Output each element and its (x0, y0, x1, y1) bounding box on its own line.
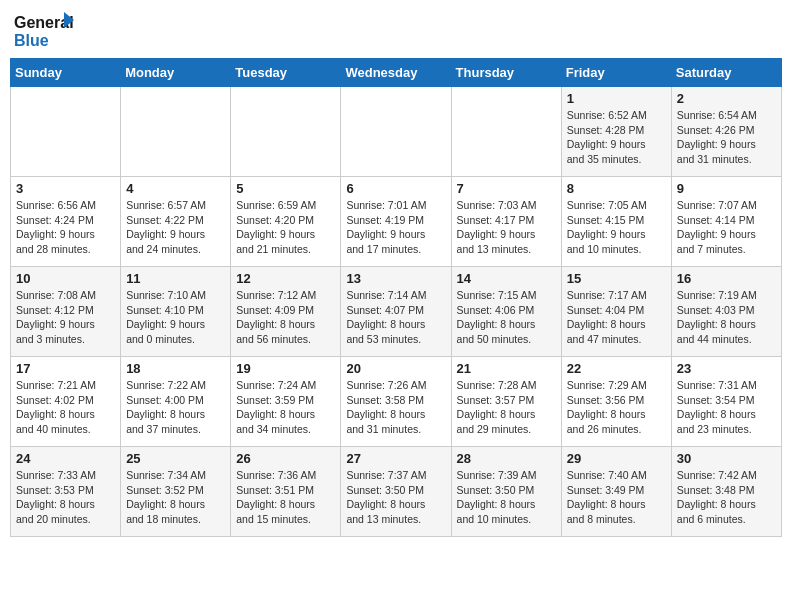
day-info: Sunrise: 6:54 AM Sunset: 4:26 PM Dayligh… (677, 108, 776, 167)
calendar-cell: 21Sunrise: 7:28 AM Sunset: 3:57 PM Dayli… (451, 357, 561, 447)
calendar-cell: 30Sunrise: 7:42 AM Sunset: 3:48 PM Dayli… (671, 447, 781, 537)
day-number: 8 (567, 181, 666, 196)
calendar-cell: 13Sunrise: 7:14 AM Sunset: 4:07 PM Dayli… (341, 267, 451, 357)
calendar-cell: 28Sunrise: 7:39 AM Sunset: 3:50 PM Dayli… (451, 447, 561, 537)
calendar-cell (11, 87, 121, 177)
day-number: 9 (677, 181, 776, 196)
calendar-cell (451, 87, 561, 177)
calendar-cell: 1Sunrise: 6:52 AM Sunset: 4:28 PM Daylig… (561, 87, 671, 177)
day-number: 14 (457, 271, 556, 286)
day-number: 16 (677, 271, 776, 286)
day-number: 29 (567, 451, 666, 466)
day-info: Sunrise: 7:42 AM Sunset: 3:48 PM Dayligh… (677, 468, 776, 527)
day-number: 19 (236, 361, 335, 376)
calendar-cell: 11Sunrise: 7:10 AM Sunset: 4:10 PM Dayli… (121, 267, 231, 357)
day-number: 12 (236, 271, 335, 286)
day-number: 27 (346, 451, 445, 466)
calendar-cell: 12Sunrise: 7:12 AM Sunset: 4:09 PM Dayli… (231, 267, 341, 357)
day-info: Sunrise: 7:12 AM Sunset: 4:09 PM Dayligh… (236, 288, 335, 347)
day-info: Sunrise: 7:34 AM Sunset: 3:52 PM Dayligh… (126, 468, 225, 527)
logo: GeneralBlue (14, 10, 74, 50)
calendar-cell: 10Sunrise: 7:08 AM Sunset: 4:12 PM Dayli… (11, 267, 121, 357)
day-info: Sunrise: 7:31 AM Sunset: 3:54 PM Dayligh… (677, 378, 776, 437)
day-number: 4 (126, 181, 225, 196)
calendar-table: SundayMondayTuesdayWednesdayThursdayFrid… (10, 58, 782, 537)
day-info: Sunrise: 7:08 AM Sunset: 4:12 PM Dayligh… (16, 288, 115, 347)
calendar-cell: 23Sunrise: 7:31 AM Sunset: 3:54 PM Dayli… (671, 357, 781, 447)
col-header-sunday: Sunday (11, 59, 121, 87)
day-info: Sunrise: 6:57 AM Sunset: 4:22 PM Dayligh… (126, 198, 225, 257)
calendar-cell: 26Sunrise: 7:36 AM Sunset: 3:51 PM Dayli… (231, 447, 341, 537)
day-info: Sunrise: 7:29 AM Sunset: 3:56 PM Dayligh… (567, 378, 666, 437)
day-number: 30 (677, 451, 776, 466)
day-info: Sunrise: 6:52 AM Sunset: 4:28 PM Dayligh… (567, 108, 666, 167)
calendar-cell: 27Sunrise: 7:37 AM Sunset: 3:50 PM Dayli… (341, 447, 451, 537)
day-number: 13 (346, 271, 445, 286)
calendar-cell: 17Sunrise: 7:21 AM Sunset: 4:02 PM Dayli… (11, 357, 121, 447)
day-info: Sunrise: 6:59 AM Sunset: 4:20 PM Dayligh… (236, 198, 335, 257)
day-number: 22 (567, 361, 666, 376)
calendar-cell: 2Sunrise: 6:54 AM Sunset: 4:26 PM Daylig… (671, 87, 781, 177)
day-number: 1 (567, 91, 666, 106)
day-number: 3 (16, 181, 115, 196)
day-number: 28 (457, 451, 556, 466)
day-number: 6 (346, 181, 445, 196)
calendar-cell (231, 87, 341, 177)
day-info: Sunrise: 7:15 AM Sunset: 4:06 PM Dayligh… (457, 288, 556, 347)
day-info: Sunrise: 7:33 AM Sunset: 3:53 PM Dayligh… (16, 468, 115, 527)
day-number: 5 (236, 181, 335, 196)
day-number: 17 (16, 361, 115, 376)
day-info: Sunrise: 7:03 AM Sunset: 4:17 PM Dayligh… (457, 198, 556, 257)
calendar-cell: 19Sunrise: 7:24 AM Sunset: 3:59 PM Dayli… (231, 357, 341, 447)
day-info: Sunrise: 7:40 AM Sunset: 3:49 PM Dayligh… (567, 468, 666, 527)
day-info: Sunrise: 7:24 AM Sunset: 3:59 PM Dayligh… (236, 378, 335, 437)
calendar-cell: 14Sunrise: 7:15 AM Sunset: 4:06 PM Dayli… (451, 267, 561, 357)
day-number: 10 (16, 271, 115, 286)
calendar-cell: 9Sunrise: 7:07 AM Sunset: 4:14 PM Daylig… (671, 177, 781, 267)
day-number: 15 (567, 271, 666, 286)
day-info: Sunrise: 7:37 AM Sunset: 3:50 PM Dayligh… (346, 468, 445, 527)
col-header-monday: Monday (121, 59, 231, 87)
day-info: Sunrise: 7:14 AM Sunset: 4:07 PM Dayligh… (346, 288, 445, 347)
calendar-cell: 5Sunrise: 6:59 AM Sunset: 4:20 PM Daylig… (231, 177, 341, 267)
day-number: 21 (457, 361, 556, 376)
calendar-cell (341, 87, 451, 177)
col-header-friday: Friday (561, 59, 671, 87)
day-info: Sunrise: 7:05 AM Sunset: 4:15 PM Dayligh… (567, 198, 666, 257)
day-number: 25 (126, 451, 225, 466)
logo-icon: GeneralBlue (14, 10, 74, 50)
day-number: 26 (236, 451, 335, 466)
calendar-cell: 24Sunrise: 7:33 AM Sunset: 3:53 PM Dayli… (11, 447, 121, 537)
day-info: Sunrise: 7:26 AM Sunset: 3:58 PM Dayligh… (346, 378, 445, 437)
col-header-thursday: Thursday (451, 59, 561, 87)
day-number: 24 (16, 451, 115, 466)
col-header-saturday: Saturday (671, 59, 781, 87)
calendar-cell: 4Sunrise: 6:57 AM Sunset: 4:22 PM Daylig… (121, 177, 231, 267)
calendar-cell: 7Sunrise: 7:03 AM Sunset: 4:17 PM Daylig… (451, 177, 561, 267)
day-info: Sunrise: 7:19 AM Sunset: 4:03 PM Dayligh… (677, 288, 776, 347)
day-number: 20 (346, 361, 445, 376)
svg-text:Blue: Blue (14, 32, 49, 49)
calendar-cell: 22Sunrise: 7:29 AM Sunset: 3:56 PM Dayli… (561, 357, 671, 447)
day-info: Sunrise: 6:56 AM Sunset: 4:24 PM Dayligh… (16, 198, 115, 257)
day-info: Sunrise: 7:39 AM Sunset: 3:50 PM Dayligh… (457, 468, 556, 527)
calendar-cell: 15Sunrise: 7:17 AM Sunset: 4:04 PM Dayli… (561, 267, 671, 357)
day-info: Sunrise: 7:22 AM Sunset: 4:00 PM Dayligh… (126, 378, 225, 437)
col-header-wednesday: Wednesday (341, 59, 451, 87)
day-number: 23 (677, 361, 776, 376)
calendar-cell (121, 87, 231, 177)
day-info: Sunrise: 7:17 AM Sunset: 4:04 PM Dayligh… (567, 288, 666, 347)
calendar-cell: 8Sunrise: 7:05 AM Sunset: 4:15 PM Daylig… (561, 177, 671, 267)
day-info: Sunrise: 7:01 AM Sunset: 4:19 PM Dayligh… (346, 198, 445, 257)
day-info: Sunrise: 7:10 AM Sunset: 4:10 PM Dayligh… (126, 288, 225, 347)
day-number: 7 (457, 181, 556, 196)
day-info: Sunrise: 7:07 AM Sunset: 4:14 PM Dayligh… (677, 198, 776, 257)
col-header-tuesday: Tuesday (231, 59, 341, 87)
day-info: Sunrise: 7:21 AM Sunset: 4:02 PM Dayligh… (16, 378, 115, 437)
day-number: 11 (126, 271, 225, 286)
calendar-cell: 3Sunrise: 6:56 AM Sunset: 4:24 PM Daylig… (11, 177, 121, 267)
calendar-cell: 18Sunrise: 7:22 AM Sunset: 4:00 PM Dayli… (121, 357, 231, 447)
day-number: 18 (126, 361, 225, 376)
day-number: 2 (677, 91, 776, 106)
calendar-cell: 25Sunrise: 7:34 AM Sunset: 3:52 PM Dayli… (121, 447, 231, 537)
